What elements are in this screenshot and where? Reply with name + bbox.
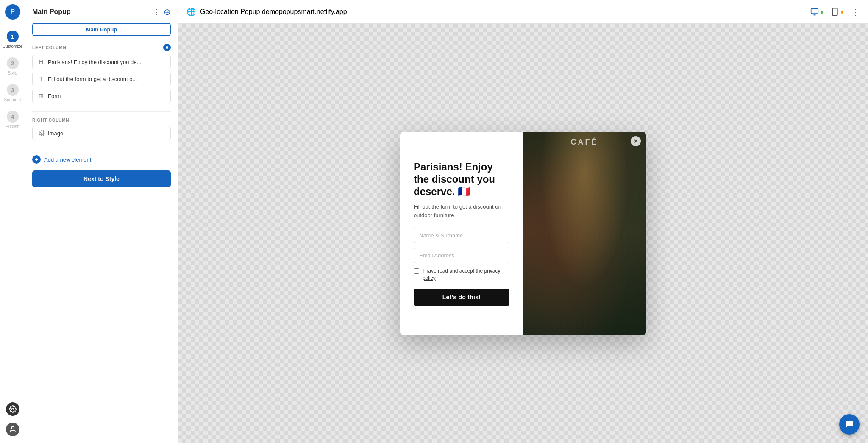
step-number-4: 4 bbox=[7, 111, 19, 123]
step-label-segment: Segment bbox=[4, 98, 21, 102]
image-icon: 🖼 bbox=[38, 130, 45, 137]
panel-more-icon[interactable]: ⋮ bbox=[153, 7, 160, 17]
topbar-more-icon[interactable]: ⋮ bbox=[851, 7, 860, 17]
element-text[interactable]: T Fill out the form to get a discount o.… bbox=[32, 72, 171, 86]
main-popup-button[interactable]: Main Popup bbox=[32, 23, 171, 36]
right-column-section: RIGHT COLUMN bbox=[32, 118, 171, 123]
element-image-text: Image bbox=[48, 130, 63, 137]
popup-email-input[interactable] bbox=[414, 248, 509, 263]
element-image[interactable]: 🖼 Image bbox=[32, 126, 171, 140]
column-divider bbox=[32, 111, 171, 112]
left-column-section: LEFT COLUMN bbox=[32, 44, 171, 51]
sidebar-bottom bbox=[6, 402, 19, 443]
popup-heading: Parisians! Enjoy the discount you deserv… bbox=[414, 161, 509, 198]
popup-subtext: Fill out the form to get a discount on o… bbox=[414, 203, 509, 219]
site-domain: demopopupsmart.netlify.app bbox=[262, 8, 347, 15]
step-number-3: 3 bbox=[7, 84, 19, 96]
popup-left-column: Parisians! Enjoy the discount you deserv… bbox=[400, 132, 523, 335]
sidebar-item-customize[interactable]: 1 Customize bbox=[0, 26, 25, 53]
right-column-label: RIGHT COLUMN bbox=[32, 118, 69, 123]
settings-button[interactable] bbox=[6, 402, 19, 416]
sidebar-item-segment[interactable]: 3 Segment bbox=[0, 80, 25, 106]
panel-header-icons: ⋮ ⊕ bbox=[153, 7, 171, 17]
panel-title: Main Popup bbox=[32, 8, 71, 16]
svg-rect-3 bbox=[832, 8, 837, 15]
element-form-text: Form bbox=[48, 93, 61, 99]
user-button[interactable] bbox=[6, 423, 19, 436]
text-icon: T bbox=[38, 75, 45, 82]
sidebar-item-style[interactable]: 2 Style bbox=[0, 53, 25, 80]
svg-rect-2 bbox=[811, 8, 818, 14]
popup-cafe-image bbox=[523, 132, 646, 335]
top-bar-left: 🌐 Geo-location Popup demopopupsmart.netl… bbox=[186, 7, 347, 17]
element-text-content: Fill out the form to get a discount o... bbox=[48, 76, 137, 82]
step-label-customize: Customize bbox=[3, 44, 22, 49]
heading-icon: H bbox=[38, 59, 45, 65]
next-style-button[interactable]: Next to Style bbox=[32, 170, 171, 187]
popup-close-button[interactable]: × bbox=[631, 136, 641, 146]
popup-submit-button[interactable]: Let's do this! bbox=[414, 289, 509, 306]
plus-icon: + bbox=[32, 155, 41, 164]
privacy-checkbox[interactable] bbox=[414, 268, 419, 274]
popup-name-input[interactable] bbox=[414, 228, 509, 243]
app-logo[interactable]: P bbox=[5, 4, 20, 20]
step-number-2: 2 bbox=[7, 57, 19, 69]
left-column-label: LEFT COLUMN bbox=[32, 45, 66, 50]
popup-modal: Parisians! Enjoy the discount you deserv… bbox=[400, 132, 646, 335]
globe-icon: 🌐 bbox=[186, 7, 196, 17]
element-heading-text: Parisians! Enjoy the discount you de... bbox=[48, 59, 141, 65]
popup-checkbox-label: I have read and accept the privacy polic… bbox=[423, 267, 509, 282]
desktop-device-button[interactable] bbox=[810, 5, 825, 19]
add-element-label: Add a new element bbox=[44, 156, 91, 163]
site-name: Geo-location Popup bbox=[200, 8, 260, 15]
step-number-1: 1 bbox=[7, 31, 19, 42]
svg-point-1 bbox=[11, 426, 14, 429]
top-bar: 🌐 Geo-location Popup demopopupsmart.netl… bbox=[178, 0, 868, 24]
add-element-button[interactable]: + Add a new element bbox=[32, 155, 171, 164]
panel-add-icon[interactable]: ⊕ bbox=[164, 7, 171, 17]
customize-panel: Main Popup ⋮ ⊕ Main Popup LEFT COLUMN H … bbox=[25, 0, 178, 443]
top-bar-right: ⋮ bbox=[810, 5, 860, 19]
svg-point-0 bbox=[11, 408, 14, 410]
popup-right-column: × bbox=[523, 132, 646, 335]
canvas-area: Parisians! Enjoy the discount you deserv… bbox=[178, 24, 868, 443]
popup-checkbox-row: I have read and accept the privacy polic… bbox=[414, 267, 509, 282]
chat-bubble-button[interactable] bbox=[839, 414, 860, 435]
panel-header: Main Popup ⋮ ⊕ bbox=[32, 7, 171, 17]
element-form[interactable]: ⊞ Form bbox=[32, 89, 171, 103]
site-info: Geo-location Popup demopopupsmart.netlif… bbox=[200, 8, 347, 16]
left-column-indicator bbox=[163, 44, 171, 51]
mobile-device-button[interactable] bbox=[831, 5, 845, 19]
main-area: 🌐 Geo-location Popup demopopupsmart.netl… bbox=[178, 0, 868, 443]
form-icon: ⊞ bbox=[38, 92, 45, 99]
sidebar-item-publish[interactable]: 4 Publish bbox=[0, 106, 25, 133]
step-label-style: Style bbox=[8, 71, 17, 75]
left-sidebar: P 1 Customize 2 Style 3 Segment 4 Publis… bbox=[0, 0, 25, 443]
element-heading[interactable]: H Parisians! Enjoy the discount you de..… bbox=[32, 55, 171, 69]
step-label-publish: Publish bbox=[6, 124, 19, 129]
add-divider bbox=[32, 149, 171, 149]
